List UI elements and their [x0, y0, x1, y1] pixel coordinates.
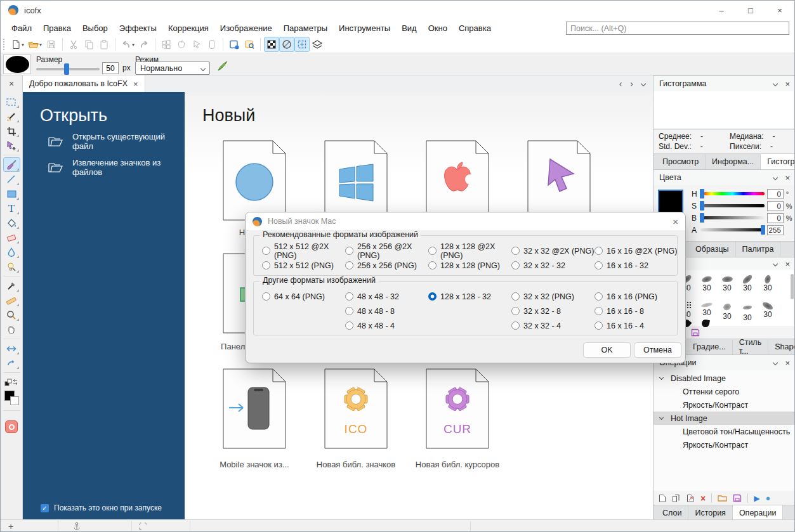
run-operation-icon[interactable]: ▶ — [754, 494, 759, 503]
format-radio[interactable]: 64 x 64 (PNG) — [262, 289, 345, 304]
operation-row[interactable]: Яркость/Контраст — [654, 438, 795, 451]
record-mode-icon[interactable] — [5, 420, 18, 433]
format-radio[interactable]: 32 x 32 - 32 — [511, 258, 595, 273]
format-radio[interactable]: 48 x 48 - 32 — [345, 289, 428, 304]
radio-circle[interactable] — [262, 261, 270, 269]
crop-tool[interactable] — [3, 124, 20, 138]
redo-button[interactable] — [136, 37, 152, 52]
template-new-image[interactable] — [223, 140, 286, 221]
panel-tab[interactable]: История — [688, 505, 732, 521]
mode-select[interactable]: Нормально — [135, 62, 210, 75]
line-tool[interactable] — [3, 172, 20, 186]
format-radio[interactable]: 128 x 128 @2X (PNG) — [428, 243, 511, 258]
menu-item[interactable]: Параметры — [278, 21, 333, 36]
operation-row[interactable]: Hot Image — [654, 412, 795, 425]
magic-wand-tool[interactable] — [3, 109, 20, 124]
menu-item[interactable]: Выбор — [77, 21, 114, 36]
copy-button[interactable] — [81, 37, 96, 52]
save-button[interactable] — [44, 37, 59, 52]
color-slider[interactable] — [700, 204, 765, 207]
radio-circle[interactable] — [345, 292, 353, 301]
panel-tab[interactable]: Операции — [733, 505, 783, 521]
radio-circle[interactable] — [595, 292, 603, 301]
brush-item[interactable]: 30 — [717, 273, 737, 299]
slider-handle[interactable] — [700, 201, 704, 211]
tab-close-icon[interactable]: × — [133, 79, 138, 89]
preview-button[interactable] — [242, 37, 257, 52]
menu-item[interactable]: Эффекты — [114, 21, 162, 36]
tree-expand-chevron-icon[interactable] — [659, 415, 664, 420]
palette-close-icon[interactable]: × — [1, 75, 22, 92]
size-slider-handle[interactable] — [64, 63, 69, 75]
brush-item[interactable]: 30 — [717, 299, 737, 326]
size-input[interactable] — [102, 62, 119, 74]
search-input[interactable] — [567, 22, 789, 34]
template-windows-icon[interactable] — [324, 140, 388, 221]
duplicate-operation-icon[interactable] — [672, 494, 681, 503]
record-operation-icon[interactable]: ● — [765, 493, 770, 503]
maximize-button[interactable]: □ — [736, 1, 765, 20]
format-radio[interactable]: 48 x 48 - 4 — [345, 318, 428, 333]
rotate-tool[interactable] — [3, 356, 20, 370]
format-radio[interactable]: 16 x 16 - 8 — [595, 304, 678, 318]
radio-circle[interactable] — [595, 321, 603, 330]
tree-expand-chevron-icon[interactable] — [659, 375, 664, 380]
tab-scroll-left-icon[interactable]: ‹ — [619, 79, 622, 89]
radio-circle[interactable] — [345, 261, 353, 269]
size-slider[interactable] — [36, 68, 100, 70]
paste-button[interactable] — [96, 37, 112, 52]
panel-tab[interactable]: Палитра — [736, 242, 781, 257]
slider-value[interactable]: 0 — [767, 201, 784, 211]
cut-button[interactable] — [66, 37, 81, 52]
format-radio[interactable]: 512 x 512 (PNG) — [262, 258, 345, 273]
brushes-scrollbar[interactable] — [791, 274, 794, 299]
hand-tool[interactable] — [3, 322, 20, 337]
template-icon-library[interactable]: ICO — [324, 368, 388, 449]
panel-tab[interactable]: Просмотр — [656, 154, 706, 169]
radio-circle[interactable] — [262, 247, 270, 255]
rect-select-tool[interactable] — [3, 94, 20, 109]
radio-circle[interactable] — [428, 261, 437, 269]
radio-circle[interactable] — [511, 247, 520, 255]
template-mobile-icon[interactable] — [223, 368, 286, 449]
swap-colors-control[interactable] — [3, 375, 20, 389]
panel-collapse-chevron-icon[interactable] — [773, 261, 778, 266]
cancel-button[interactable]: Отмена — [634, 342, 681, 358]
panel-tab[interactable]: Градие... — [687, 339, 733, 354]
save-set-icon[interactable] — [733, 494, 742, 502]
tab-scroll-right-icon[interactable]: › — [630, 79, 633, 89]
radio-circle[interactable] — [345, 307, 353, 315]
menu-item[interactable]: Изображение — [214, 21, 278, 36]
dialog-close-icon[interactable]: × — [673, 216, 678, 227]
color-slider[interactable] — [700, 216, 765, 219]
brush-item[interactable]: 30 — [758, 299, 778, 326]
antialias-pen-icon[interactable] — [216, 60, 229, 72]
eraser-tool[interactable] — [3, 230, 20, 245]
undo-button[interactable]: ▾ — [119, 37, 136, 52]
panel-tab[interactable]: Слои — [656, 505, 688, 521]
flip-tool[interactable] — [3, 341, 20, 356]
brush-item[interactable]: 30 — [737, 299, 758, 326]
radio-circle[interactable] — [428, 292, 437, 301]
slider-value[interactable]: 255 — [767, 225, 784, 235]
slider-handle[interactable] — [761, 225, 765, 235]
blur-drop-tool[interactable] — [3, 245, 20, 259]
delete-operation-icon[interactable]: × — [700, 493, 706, 503]
slider-handle[interactable] — [700, 189, 704, 198]
slider-value[interactable]: 0 — [767, 213, 784, 223]
format-radio[interactable]: 16 x 16 (PNG) — [595, 289, 678, 304]
panel-collapse-chevron-icon[interactable] — [773, 360, 778, 365]
format-radio[interactable]: 32 x 32 (PNG) — [511, 289, 595, 304]
transparency-grid-toggle[interactable] — [264, 37, 279, 52]
radio-circle[interactable] — [511, 292, 520, 301]
dialog-titlebar[interactable]: Новый значок Mac × — [246, 212, 685, 230]
open-file-button[interactable]: ▾ — [26, 37, 44, 52]
color-slider[interactable] — [700, 228, 765, 231]
brush-item[interactable]: 30 — [758, 273, 778, 299]
format-radio[interactable]: 128 x 128 - 32 — [428, 289, 511, 304]
checkbox-checked-icon[interactable]: ✓ — [41, 504, 49, 512]
fill-bucket-tool[interactable] — [3, 216, 20, 230]
minimize-button[interactable]: – — [707, 1, 736, 20]
panel-tab[interactable]: Shapes — [768, 339, 795, 354]
format-radio[interactable]: 512 x 512 @2X (PNG) — [262, 243, 345, 258]
